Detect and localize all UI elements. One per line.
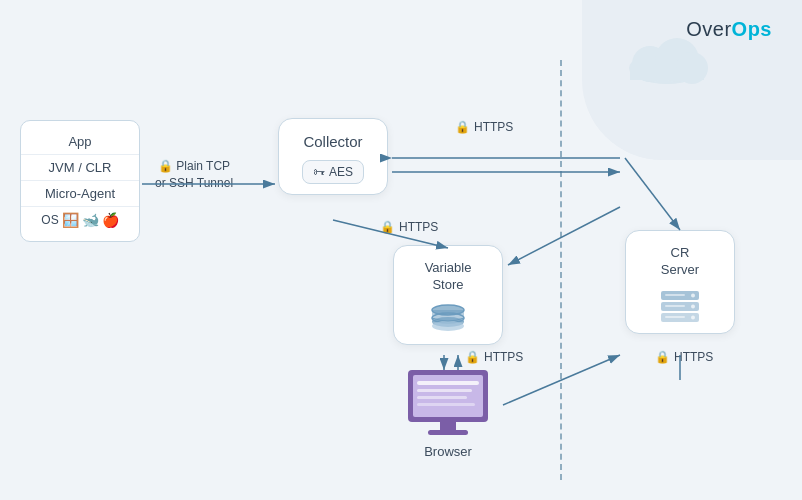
svg-rect-24 [417,389,472,392]
cr-server-box: CRServer [625,230,735,334]
svg-rect-20 [665,316,685,318]
jvm-row: JVM / CLR [21,155,139,181]
lock-icon-3: 🔒 [465,350,480,364]
monitor-icon [403,368,493,438]
https-label-2: 🔒 HTTPS [380,220,438,234]
browser-label: Browser [393,444,503,459]
collector-title: Collector [289,133,377,150]
os-label: OS [41,213,58,227]
lock-icon: 🔒 [158,159,173,173]
microagent-row: Micro-Agent [21,181,139,207]
collector-box: Collector 🗝 AES [278,118,388,195]
variable-store-title: VariableStore [404,260,492,294]
os-row: OS 🪟 🐋 🍎 [21,207,139,233]
svg-line-38 [508,207,620,265]
svg-point-16 [691,304,695,308]
svg-rect-26 [417,403,475,406]
windows-icon: 🪟 [62,212,79,228]
svg-point-17 [691,315,695,319]
svg-rect-4 [630,68,704,80]
docker-icon: 🐋 [82,212,99,228]
https-label-4: 🔒 HTTPS [655,350,713,364]
https-label-1: 🔒 HTTPS [455,120,513,134]
svg-point-11 [432,321,464,331]
variable-store-box: VariableStore [393,245,503,345]
svg-rect-25 [417,396,467,399]
browser-box: Browser [393,368,503,459]
lock-icon-4: 🔒 [655,350,670,364]
svg-rect-27 [440,422,456,430]
database-icon [430,304,466,334]
svg-rect-19 [665,305,685,307]
svg-rect-18 [665,294,685,296]
tcp-label: 🔒 Plain TCPor SSH Tunnel [155,158,233,192]
server-icon [657,289,703,323]
aes-badge: 🗝 AES [302,160,364,184]
lock-icon-2: 🔒 [380,220,395,234]
app-row: App [21,129,139,155]
key-icon: 🗝 [313,165,325,179]
svg-rect-23 [417,381,479,385]
svg-point-15 [691,293,695,297]
app-box: App JVM / CLR Micro-Agent OS 🪟 🐋 🍎 [20,120,140,242]
dashed-divider [560,60,562,480]
apple-icon: 🍎 [102,212,119,228]
lock-icon-1: 🔒 [455,120,470,134]
logo-ops: Ops [732,18,772,40]
svg-rect-28 [428,430,468,435]
svg-line-37 [625,158,680,230]
https-label-3: 🔒 HTTPS [465,350,523,364]
aes-label: AES [329,165,353,179]
cr-server-title: CRServer [636,245,724,279]
cloud-icon [622,30,712,89]
